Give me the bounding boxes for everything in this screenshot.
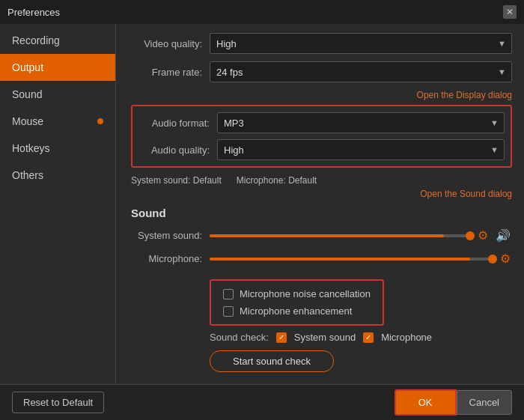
system-sound-status-value: Default [193, 175, 222, 186]
enhancement-label: Microphone enhancement [240, 305, 352, 317]
sidebar-item-others-label: Others [12, 169, 43, 181]
frame-rate-label: Frame rate: [131, 67, 210, 78]
content-area: Recording Output Sound Mouse Hotkeys Oth… [0, 24, 524, 384]
mouse-notification-dot [97, 118, 103, 124]
sidebar-item-others[interactable]: Others [0, 162, 115, 189]
window-title: Preferences [7, 7, 60, 18]
audio-quality-row: Audio quality: High Medium Low ▼ [138, 139, 505, 160]
audio-format-label: Audio format: [138, 118, 217, 129]
video-quality-select-wrapper: High Medium Low ▼ [210, 33, 512, 54]
microphone-status-label: Microphone: [237, 175, 286, 186]
system-sound-check-checkbox[interactable] [276, 332, 287, 343]
preferences-window: Preferences ✕ Recording Output Sound Mou… [0, 0, 524, 420]
bottom-bar: Reset to Default OK Cancel [0, 384, 524, 420]
microphone-slider-fill [210, 258, 470, 261]
microphone-check-checkbox[interactable] [363, 332, 374, 343]
microphone-options-group: Microphone noise cancellation Microphone… [131, 273, 512, 332]
microphone-checkboxes: Microphone noise cancellation Microphone… [210, 279, 384, 326]
display-dialog-row: Open the Display dialog [131, 90, 512, 100]
microphone-check-label: Microphone [381, 332, 432, 343]
open-sound-dialog-link[interactable]: Open the Sound dialog [420, 189, 512, 199]
noise-cancellation-checkbox[interactable] [223, 289, 234, 299]
audio-quality-label: Audio quality: [138, 144, 217, 156]
video-quality-select[interactable]: High Medium Low [210, 33, 512, 54]
ok-button[interactable]: OK [394, 389, 457, 416]
microphone-slider-track[interactable] [210, 258, 493, 261]
audio-settings-box: Audio format: MP3 AAC FLAC ▼ Audio quali… [131, 105, 512, 168]
audio-format-select-wrapper: MP3 AAC FLAC ▼ [217, 112, 505, 133]
sidebar-item-recording-label: Recording [12, 34, 60, 46]
sidebar-item-sound-label: Sound [12, 88, 42, 100]
microphone-status: Microphone: Default [237, 175, 317, 186]
noise-cancellation-row[interactable]: Microphone noise cancellation [223, 288, 371, 299]
microphone-icons: ⚙ [499, 250, 512, 267]
system-sound-slider-thumb [466, 231, 475, 240]
sidebar-item-sound[interactable]: Sound [0, 81, 115, 108]
microphone-settings-icon[interactable]: ⚙ [499, 250, 512, 267]
enhancement-checkbox[interactable] [223, 306, 234, 317]
system-sound-check-label: System sound [294, 332, 356, 343]
title-bar: Preferences ✕ [0, 0, 524, 24]
system-sound-slider-fill [210, 234, 444, 237]
sound-dialog-row: Open the Sound dialog [131, 189, 512, 199]
audio-quality-select-wrapper: High Medium Low ▼ [217, 139, 505, 160]
sidebar-item-mouse-label: Mouse [12, 115, 43, 127]
system-sound-status: System sound: Default [131, 175, 222, 186]
system-sound-slider-track[interactable] [210, 234, 470, 237]
cancel-button[interactable]: Cancel [457, 390, 512, 415]
sound-check-label: Sound check: [210, 332, 269, 343]
sound-check-row: Sound check: System sound Microphone [131, 332, 512, 343]
noise-cancellation-label: Microphone noise cancellation [240, 288, 371, 299]
frame-rate-row: Frame rate: 24 fps 30 fps 60 fps ▼ [131, 61, 512, 82]
audio-quality-select[interactable]: High Medium Low [217, 139, 505, 160]
system-sound-icons: ⚙ 🔊 [476, 227, 512, 244]
main-panel: Video quality: High Medium Low ▼ Frame r… [116, 24, 524, 384]
microphone-slider-row: Microphone: ⚙ [131, 250, 512, 267]
sidebar-item-hotkeys[interactable]: Hotkeys [0, 135, 115, 162]
frame-rate-select-wrapper: 24 fps 30 fps 60 fps ▼ [210, 61, 512, 82]
microphone-slider-thumb [488, 255, 497, 264]
close-button[interactable]: ✕ [503, 5, 517, 19]
sound-section-heading: Sound [131, 207, 512, 219]
audio-format-row: Audio format: MP3 AAC FLAC ▼ [138, 112, 505, 133]
system-sound-status-label: System sound: [131, 175, 190, 186]
frame-rate-select[interactable]: 24 fps 30 fps 60 fps [210, 61, 512, 82]
sidebar-item-hotkeys-label: Hotkeys [12, 142, 50, 154]
sidebar-item-mouse[interactable]: Mouse [0, 108, 115, 135]
system-sound-slider-row: System sound: ⚙ 🔊 [131, 227, 512, 244]
open-display-dialog-link[interactable]: Open the Display dialog [417, 90, 512, 100]
video-quality-label: Video quality: [131, 38, 210, 49]
microphone-status-value: Default [288, 175, 317, 186]
sidebar-item-output[interactable]: Output [0, 54, 115, 81]
audio-status-row: System sound: Default Microphone: Defaul… [131, 175, 512, 186]
sidebar: Recording Output Sound Mouse Hotkeys Oth… [0, 24, 116, 384]
system-sound-settings-icon[interactable]: ⚙ [476, 227, 490, 244]
sidebar-item-recording[interactable]: Recording [0, 27, 115, 54]
video-quality-row: Video quality: High Medium Low ▼ [131, 33, 512, 54]
audio-format-select[interactable]: MP3 AAC FLAC [217, 112, 505, 133]
system-sound-slider-label: System sound: [131, 230, 210, 241]
microphone-slider-label: Microphone: [131, 253, 210, 264]
bottom-right-buttons: OK Cancel [394, 389, 512, 416]
system-sound-volume-icon[interactable]: 🔊 [494, 227, 512, 244]
sidebar-item-output-label: Output [12, 61, 43, 73]
start-sound-check-button[interactable]: Start sound check [210, 350, 334, 372]
reset-to-default-button[interactable]: Reset to Default [12, 392, 104, 413]
enhancement-row[interactable]: Microphone enhancement [223, 305, 371, 317]
